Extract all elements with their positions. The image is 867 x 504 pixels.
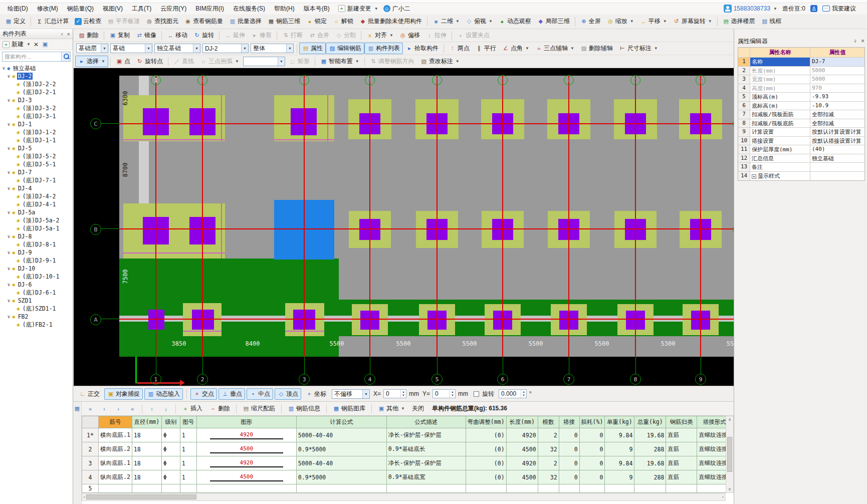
property-value[interactable]: 5000: [810, 75, 864, 84]
rebar-row-1*[interactable]: 1*横向底筋.118Φ149205000-40-40净长-保护层-保护层(0)4…: [82, 428, 732, 442]
cell[interactable]: 32: [538, 442, 559, 456]
dynamic-input-toggle[interactable]: ▥动态输入: [144, 388, 183, 400]
top-view-button[interactable]: ◇俯视▼: [463, 16, 496, 27]
cell[interactable]: 直筋: [666, 456, 697, 470]
pin-icon[interactable]: ♀: [60, 31, 64, 37]
close-icon[interactable]: ×: [861, 38, 864, 45]
arc-tool-button[interactable]: ∩三点画弧▼: [197, 56, 242, 67]
element-type-combo[interactable]: 独立基础▼: [154, 44, 200, 53]
expander-icon[interactable]: ∨: [6, 170, 12, 175]
chevron-down-icon[interactable]: ▼: [193, 44, 200, 53]
scroll-left-icon[interactable]: ‹: [84, 494, 85, 499]
tree-item-DJ-10[interactable]: ∨✱DJ-10: [1, 265, 73, 273]
scroll-thumb[interactable]: [86, 494, 196, 499]
expander-icon[interactable]: ∨: [1, 66, 7, 71]
chevron-down-icon[interactable]: ▼: [286, 44, 293, 53]
menu-帮助(H)[interactable]: 帮助(H): [270, 4, 299, 14]
offset-mode-combo[interactable]: 不偏移▼: [332, 389, 370, 399]
chevron-down-icon[interactable]: ▼: [241, 44, 248, 53]
copy-component-icon[interactable]: ▣: [42, 41, 49, 48]
property-value[interactable]: (40): [810, 145, 864, 154]
trim-button[interactable]: ▸修剪: [248, 30, 275, 41]
tree-item-DJ-2[interactable]: ∨✱DJ-2: [1, 72, 73, 80]
batch-delete-unused-button[interactable]: ◆批量删除未使用构件: [356, 16, 425, 27]
account-menu[interactable]: 15883038733 ▼: [724, 5, 777, 13]
cell[interactable]: 纵向底筋.2: [99, 470, 132, 484]
cell[interactable]: 4500: [196, 442, 296, 456]
chevron-down-icon[interactable]: ▼: [145, 44, 152, 53]
three-point-aux-axis-button[interactable]: ≈三点辅轴▼: [532, 43, 577, 54]
tree-item-(底)DJ-1-1[interactable]: ✱(底)DJ-1-1: [1, 136, 73, 144]
rebar-row-2[interactable]: 2横向底筋.218Φ145000.9*50000.9*基础底长(0)450032…: [82, 442, 732, 456]
tree-item-(顶)DJ-2-2[interactable]: ✱(顶)DJ-2-2: [1, 80, 73, 88]
cloud-check-button[interactable]: ✓云检查: [72, 16, 104, 27]
rotate-angle-input[interactable]: 0.000▲▼: [499, 389, 527, 398]
join-button[interactable]: ⇄合并: [306, 30, 332, 41]
scroll-up-icon[interactable]: ∧: [728, 417, 731, 422]
tree-item-DJ-5[interactable]: ∨✱DJ-5: [1, 144, 73, 152]
two-point-axis-button[interactable]: ∶两点: [446, 43, 473, 54]
move-button[interactable]: ↔移动: [164, 30, 190, 41]
tree-item-(底)DJ-9-1[interactable]: ✱(底)DJ-9-1: [1, 257, 73, 265]
expander-icon[interactable]: ∨: [6, 250, 12, 255]
expander-icon[interactable]: ∨: [6, 234, 12, 239]
cell[interactable]: Φ: [161, 470, 180, 484]
break-button[interactable]: ⇅打断: [279, 30, 306, 41]
expander-icon[interactable]: ∨: [6, 146, 12, 151]
property-value[interactable]: 970: [810, 84, 864, 93]
search-input[interactable]: 搜索构件...: [3, 53, 61, 61]
chevron-down-icon[interactable]: ▼: [101, 44, 108, 53]
menu-BIM应用(I)[interactable]: BIM应用(I): [191, 4, 229, 14]
tree-item-(底)DJ-3-1[interactable]: ✱(底)DJ-3-1: [1, 112, 73, 120]
cell[interactable]: [538, 484, 559, 493]
property-value[interactable]: 全部扣减: [810, 119, 864, 128]
tree-item-FB2[interactable]: ∨✱FB2: [1, 313, 73, 321]
row-number[interactable]: 2: [82, 442, 99, 456]
expander-icon[interactable]: ∨: [6, 210, 12, 215]
category-combo[interactable]: 基础▼: [110, 44, 152, 53]
cad-canvas[interactable]: X Y 123456789123456789CBA385084005500550…: [74, 68, 734, 386]
cell[interactable]: 0: [559, 470, 579, 484]
rotate-button[interactable]: ↻旋转: [190, 30, 217, 41]
menu-版本号(B)[interactable]: 版本号(B): [299, 4, 334, 14]
cell[interactable]: [559, 484, 579, 493]
batch-select-button[interactable]: ▥批量选择: [226, 16, 265, 27]
summary-calc-button[interactable]: Σ汇总计算: [33, 16, 72, 27]
cell[interactable]: 9: [605, 470, 634, 484]
arc-mode-combo[interactable]: ▼: [243, 57, 285, 66]
tree-item-(顶)DJ-5-2[interactable]: ✱(顶)DJ-5-2: [1, 152, 73, 160]
cell[interactable]: (0): [466, 442, 506, 456]
other-button[interactable]: ▣其他▼: [375, 403, 408, 414]
notification-bell-icon[interactable]: Δ: [810, 5, 817, 12]
cell[interactable]: 直筋: [666, 442, 697, 456]
property-value[interactable]: -9.93: [810, 93, 864, 101]
cell[interactable]: 1: [180, 442, 196, 456]
tree-item-(底)DJ-10-1[interactable]: ✱(底)DJ-10-1: [1, 273, 73, 281]
cell[interactable]: 5000-40-40: [296, 428, 386, 442]
property-value[interactable]: -10.9: [810, 102, 864, 110]
ortho-toggle[interactable]: ∟正交: [76, 388, 103, 400]
cell[interactable]: [605, 484, 634, 493]
property-value[interactable]: 5000: [810, 67, 864, 75]
vertical-scrollbar[interactable]: ∧ ∨: [726, 416, 734, 493]
cell[interactable]: 9: [605, 442, 634, 456]
select-floor-button[interactable]: ▤选择楼层: [720, 16, 758, 27]
tree-item-DJ-5a[interactable]: ∨✱DJ-5a: [1, 208, 73, 216]
cell[interactable]: 9.84: [605, 428, 634, 442]
cell[interactable]: 288: [634, 442, 666, 456]
rotate-checkbox[interactable]: 旋转: [471, 388, 497, 400]
view-rebar-qty-button[interactable]: ◉查看钢筋量: [181, 16, 226, 27]
point-tool-button[interactable]: ▣点: [113, 56, 133, 67]
tree-item-(底)FB2-1[interactable]: ✱(底)FB2-1: [1, 321, 73, 329]
line-tool-button[interactable]: ／直线: [170, 56, 197, 67]
expander-icon[interactable]: ∨: [6, 314, 12, 319]
cell[interactable]: 0.9*基础底宽: [386, 470, 466, 484]
scroll-down-icon[interactable]: ∨: [728, 487, 731, 491]
cell[interactable]: [161, 484, 180, 493]
mode-combo[interactable]: 整体▼: [251, 44, 294, 53]
cell[interactable]: 纵向底筋.1: [99, 456, 132, 470]
new-component-button[interactable]: + 新建 ▼: [3, 40, 31, 49]
cell[interactable]: [296, 484, 386, 493]
check-edit-annotation-button[interactable]: ▧查改标注▼: [417, 56, 463, 67]
tree-item-(底)DJ-4-1[interactable]: ✱(底)DJ-4-1: [1, 200, 73, 208]
